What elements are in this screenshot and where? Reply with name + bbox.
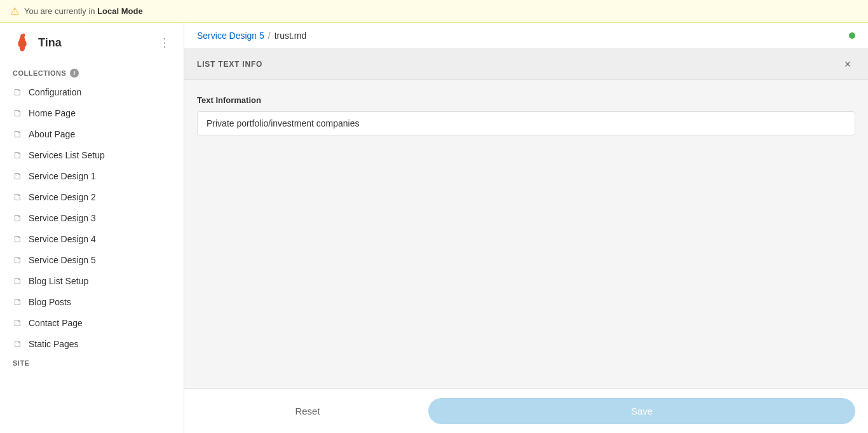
sidebar-item-blog-list-setup[interactable]: 🗋 Blog List Setup [0,270,184,291]
panel-body: Text Information [184,80,868,388]
sidebar-item-services-list-setup[interactable]: 🗋 Services List Setup [0,144,184,165]
sidebar-item-label: Static Pages [29,339,79,349]
sidebar-scroll: COLLECTIONS i 🗋 Configuration 🗋 Home Pag… [0,57,184,433]
file-icon: 🗋 [13,86,22,97]
file-icon: 🗋 [13,170,22,181]
site-label: SITE [0,354,184,369]
file-icon: 🗋 [13,338,22,349]
panel-footer: Reset Save [184,388,868,433]
status-dot [849,32,855,39]
sidebar-item-contact-page[interactable]: 🗋 Contact Page [0,312,184,333]
save-button[interactable]: Save [428,398,855,424]
sidebar-item-service-design-4[interactable]: 🗋 Service Design 4 [0,228,184,249]
file-icon: 🗋 [13,233,22,244]
breadcrumb-parent[interactable]: Service Design 5 [197,31,264,41]
file-icon: 🗋 [13,212,22,223]
breadcrumb-current: trust.md [275,31,307,41]
sidebar-item-label: Service Design 1 [29,171,96,181]
breadcrumb: Service Design 5 / trust.md [197,31,306,41]
sidebar-menu-icon[interactable]: ⋮ [159,36,171,50]
sidebar-item-label: Contact Page [29,318,83,328]
file-icon: 🗋 [13,149,22,160]
file-icon: 🗋 [13,296,22,307]
text-information-input[interactable] [197,111,855,135]
sidebar-item-home-page[interactable]: 🗋 Home Page [0,102,184,123]
warning-text: You are currently in Local Mode [24,6,143,16]
breadcrumb-bar: Service Design 5 / trust.md [184,23,868,49]
field-label: Text Information [197,95,855,105]
sidebar: Tina ⋮ COLLECTIONS i 🗋 Configuration 🗋 H… [0,23,184,433]
sidebar-item-service-design-5[interactable]: 🗋 Service Design 5 [0,249,184,270]
warning-icon: ⚠ [10,5,19,17]
file-icon: 🗋 [13,317,22,328]
sidebar-item-label: Blog List Setup [29,276,88,286]
panel-header: LIST TEXT INFO × [184,49,868,80]
collections-info-icon[interactable]: i [70,69,79,78]
sidebar-header: Tina ⋮ [0,23,184,57]
sidebar-item-about-page[interactable]: 🗋 About Page [0,123,184,144]
app-title: Tina [38,36,62,50]
sidebar-item-label: Home Page [29,108,76,118]
sidebar-item-label: Service Design 2 [29,192,96,202]
sidebar-item-label: Blog Posts [29,297,71,307]
collections-label: COLLECTIONS i [0,64,184,81]
sidebar-item-label: Service Design 4 [29,234,96,244]
sidebar-item-static-pages[interactable]: 🗋 Static Pages [0,333,184,354]
warning-bar: ⚠ You are currently in Local Mode [0,0,868,23]
main-content: Service Design 5 / trust.md LIST TEXT IN… [184,23,868,433]
sidebar-item-label: Service Design 3 [29,213,96,223]
sidebar-item-label: Configuration [29,87,81,97]
breadcrumb-separator: / [268,31,271,41]
panel-title: LIST TEXT INFO [197,60,262,69]
svg-point-5 [23,34,25,38]
sidebar-item-label: About Page [29,129,75,139]
file-icon: 🗋 [13,191,22,202]
form-panel: LIST TEXT INFO × Text Information [184,49,868,388]
close-button[interactable]: × [840,57,855,72]
sidebar-item-label: Services List Setup [29,150,105,160]
sidebar-item-service-design-1[interactable]: 🗋 Service Design 1 [0,165,184,186]
file-icon: 🗋 [13,128,22,139]
sidebar-item-blog-posts[interactable]: 🗋 Blog Posts [0,291,184,312]
logo-icon [13,33,32,52]
sidebar-item-label: Service Design 5 [29,255,96,265]
sidebar-item-service-design-3[interactable]: 🗋 Service Design 3 [0,207,184,228]
file-icon: 🗋 [13,275,22,286]
sidebar-item-service-design-2[interactable]: 🗋 Service Design 2 [0,186,184,207]
reset-button[interactable]: Reset [197,398,418,424]
file-icon: 🗋 [13,254,22,265]
sidebar-item-configuration[interactable]: 🗋 Configuration [0,81,184,102]
file-icon: 🗋 [13,107,22,118]
